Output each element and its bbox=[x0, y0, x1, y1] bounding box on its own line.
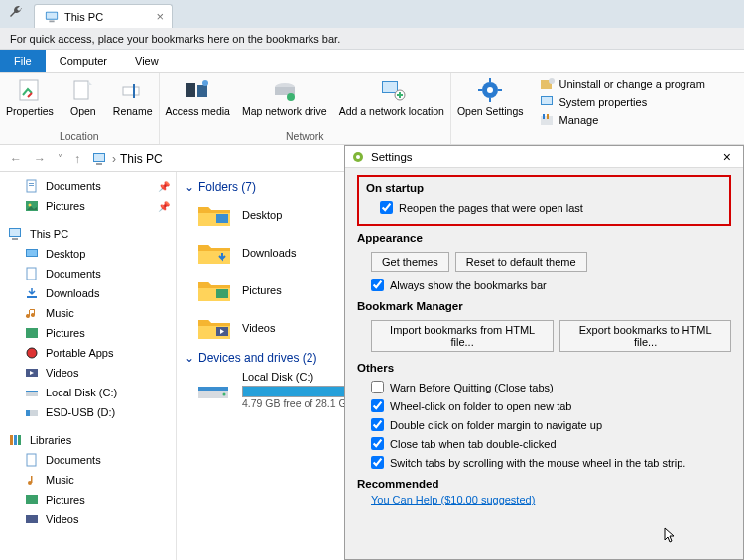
close-dbl-checkbox[interactable]: Close tab when tab double-clicked bbox=[357, 434, 731, 453]
svg-rect-28 bbox=[547, 114, 549, 119]
dbl-margin-checkbox[interactable]: Double click on folder margin to navigat… bbox=[357, 415, 731, 434]
tree-lib-documents[interactable]: Documents bbox=[0, 450, 176, 470]
nav-back-icon[interactable]: ← bbox=[6, 152, 26, 166]
tree-lib-music[interactable]: Music bbox=[0, 470, 176, 490]
ribbon-access-media[interactable]: Access media bbox=[160, 73, 236, 128]
svg-point-45 bbox=[27, 348, 37, 358]
libraries-icon bbox=[8, 433, 24, 447]
ribbon-properties[interactable]: Properties bbox=[0, 73, 60, 128]
document-icon bbox=[24, 267, 40, 280]
reopen-pages-checkbox[interactable]: Reopen the pages that were open last bbox=[366, 198, 721, 217]
ribbon-rename[interactable]: Rename bbox=[107, 73, 159, 128]
nav-history-icon[interactable]: ˅ bbox=[54, 153, 66, 164]
ribbon-group-network: Network bbox=[160, 128, 450, 144]
tab-close-icon[interactable]: × bbox=[156, 9, 164, 24]
music-icon bbox=[24, 306, 40, 320]
close-icon[interactable]: × bbox=[717, 149, 737, 165]
startup-heading: On startup bbox=[366, 182, 721, 194]
warn-quit-checkbox[interactable]: Warn Before Quitting (Close tabs) bbox=[357, 378, 731, 396]
settings-title: Settings bbox=[371, 151, 413, 163]
svg-rect-53 bbox=[18, 435, 21, 445]
svg-rect-8 bbox=[197, 85, 207, 97]
folder-icon bbox=[196, 276, 232, 305]
desktop-icon bbox=[24, 247, 40, 261]
svg-rect-41 bbox=[27, 250, 37, 256]
others-heading: Others bbox=[357, 362, 731, 374]
ribbon-uninstall[interactable]: Uninstall or change a program bbox=[534, 75, 711, 93]
apps-icon bbox=[24, 346, 40, 360]
appearance-heading: Appearance bbox=[357, 232, 731, 244]
tree-libraries[interactable]: Libraries bbox=[0, 430, 176, 450]
svg-rect-60 bbox=[216, 289, 228, 298]
tree-documents[interactable]: Documents bbox=[0, 264, 176, 283]
nav-up-icon[interactable]: ↑ bbox=[70, 152, 84, 166]
svg-rect-14 bbox=[383, 82, 397, 92]
svg-rect-21 bbox=[498, 89, 502, 91]
svg-rect-7 bbox=[186, 83, 195, 97]
ribbon-tab-view[interactable]: View bbox=[121, 50, 173, 72]
svg-rect-44 bbox=[26, 328, 38, 338]
tree-downloads[interactable]: Downloads bbox=[0, 283, 176, 303]
document-icon bbox=[24, 179, 40, 193]
ribbon-manage[interactable]: Manage bbox=[534, 111, 711, 129]
svg-rect-27 bbox=[543, 114, 545, 119]
usb-icon bbox=[24, 405, 40, 419]
svg-rect-1 bbox=[47, 12, 58, 18]
svg-point-12 bbox=[287, 93, 295, 101]
drive-icon bbox=[196, 377, 232, 404]
svg-rect-20 bbox=[478, 89, 482, 91]
browser-tabbar: This PC × bbox=[0, 0, 744, 28]
ribbon-tab-file[interactable]: File bbox=[0, 50, 46, 72]
folder-icon bbox=[196, 313, 232, 343]
cursor-icon bbox=[664, 527, 676, 543]
pictures-icon bbox=[24, 493, 40, 506]
ribbon-open[interactable]: Open bbox=[60, 73, 107, 128]
tree-music[interactable]: Music bbox=[0, 303, 176, 323]
nav-fwd-icon[interactable]: → bbox=[30, 152, 50, 166]
reset-theme-button[interactable]: Reset to default theme bbox=[455, 252, 587, 272]
browser-tab[interactable]: This PC × bbox=[34, 4, 173, 28]
svg-rect-2 bbox=[49, 20, 54, 22]
tree-documents[interactable]: Documents📌 bbox=[0, 176, 176, 196]
properties-icon bbox=[16, 76, 44, 104]
videos-icon bbox=[24, 512, 40, 526]
document-icon bbox=[24, 453, 40, 467]
tree-pictures[interactable]: Pictures bbox=[0, 323, 176, 343]
tree-esd-usb[interactable]: ESD-USB (D:) bbox=[0, 402, 176, 422]
tree-local-disk[interactable]: Local Disk (C:) bbox=[0, 383, 176, 402]
get-themes-button[interactable]: Get themes bbox=[371, 252, 449, 272]
import-bookmarks-button[interactable]: Import bookmarks from HTML file... bbox=[371, 320, 554, 352]
help-link[interactable]: You Can Help ($10.00 suggested) bbox=[357, 494, 731, 505]
ribbon-map-drive[interactable]: Map network drive bbox=[236, 73, 333, 128]
breadcrumb[interactable]: This PC bbox=[120, 152, 163, 166]
export-bookmarks-button[interactable]: Export bookmarks to HTML file... bbox=[559, 320, 731, 352]
monitor-icon bbox=[8, 227, 24, 241]
switch-scroll-checkbox[interactable]: Switch tabs by scrolling with the mouse … bbox=[357, 453, 731, 472]
svg-rect-50 bbox=[26, 410, 30, 416]
folder-icon bbox=[196, 200, 232, 230]
svg-rect-59 bbox=[216, 214, 228, 223]
ribbon-tab-computer[interactable]: Computer bbox=[46, 50, 121, 72]
svg-rect-38 bbox=[10, 229, 20, 236]
tree-this-pc[interactable]: This PC bbox=[0, 224, 176, 244]
map-drive-icon bbox=[271, 76, 299, 104]
show-bookmarks-checkbox[interactable]: Always show the bookmarks bar bbox=[357, 276, 731, 294]
tree-videos[interactable]: Videos bbox=[0, 363, 176, 383]
svg-rect-6 bbox=[133, 84, 135, 98]
ribbon-sysprops[interactable]: System properties bbox=[534, 93, 711, 111]
bookmarks-bar-hint: For quick access, place your bookmarks h… bbox=[0, 28, 744, 50]
ribbon-group-location: Location bbox=[0, 128, 159, 144]
ribbon-add-location[interactable]: Add a network location bbox=[333, 73, 450, 128]
ribbon-open-settings[interactable]: Open Settings bbox=[451, 73, 530, 131]
pin-icon: 📌 bbox=[158, 201, 170, 212]
tree-lib-videos[interactable]: Videos bbox=[0, 509, 176, 529]
tree-desktop[interactable]: Desktop bbox=[0, 244, 176, 264]
wheel-newtab-checkbox[interactable]: Wheel-click on folder to open new tab bbox=[357, 396, 731, 415]
media-icon bbox=[184, 76, 211, 104]
svg-rect-56 bbox=[31, 476, 33, 483]
svg-rect-57 bbox=[26, 495, 38, 504]
tree-lib-pictures[interactable]: Pictures bbox=[0, 490, 176, 509]
app-menu-icon[interactable] bbox=[8, 4, 24, 20]
tree-pictures[interactable]: Pictures📌 bbox=[0, 196, 176, 216]
tree-portable-apps[interactable]: Portable Apps bbox=[0, 343, 176, 363]
